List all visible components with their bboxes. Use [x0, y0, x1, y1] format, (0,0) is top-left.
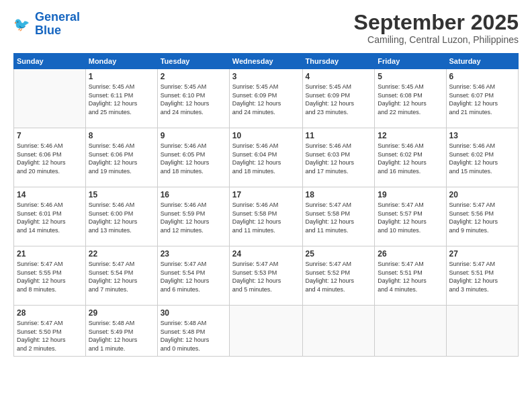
day-number: 3: [232, 72, 300, 81]
header-tuesday: Tuesday: [157, 54, 229, 69]
table-row: 11Sunrise: 5:46 AM Sunset: 6:03 PM Dayli…: [302, 128, 375, 187]
calendar-row-2: 14Sunrise: 5:46 AM Sunset: 6:01 PM Dayli…: [14, 187, 519, 246]
table-row: 12Sunrise: 5:46 AM Sunset: 6:02 PM Dayli…: [375, 128, 446, 187]
day-number: 2: [161, 72, 226, 81]
day-info: Sunrise: 5:47 AM Sunset: 5:57 PM Dayligh…: [378, 201, 443, 234]
table-row: 16Sunrise: 5:46 AM Sunset: 5:59 PM Dayli…: [157, 187, 229, 246]
table-row: [14, 69, 86, 128]
day-number: 17: [232, 190, 300, 199]
logo-text: General Blue: [35, 11, 80, 38]
day-number: 27: [449, 249, 515, 259]
table-row: 6Sunrise: 5:46 AM Sunset: 6:07 PM Daylig…: [446, 69, 518, 128]
day-number: 15: [89, 190, 154, 199]
day-info: Sunrise: 5:46 AM Sunset: 6:01 PM Dayligh…: [17, 201, 83, 234]
calendar-table: Sunday Monday Tuesday Wednesday Thursday…: [13, 53, 519, 356]
table-row: 2Sunrise: 5:45 AM Sunset: 6:10 PM Daylig…: [157, 69, 229, 128]
table-row: 29Sunrise: 5:48 AM Sunset: 5:49 PM Dayli…: [85, 306, 157, 356]
table-row: 14Sunrise: 5:46 AM Sunset: 6:01 PM Dayli…: [14, 187, 86, 246]
table-row: 15Sunrise: 5:46 AM Sunset: 6:00 PM Dayli…: [85, 187, 157, 246]
table-row: 17Sunrise: 5:46 AM Sunset: 5:58 PM Dayli…: [229, 187, 302, 246]
day-number: 5: [378, 72, 443, 81]
title-block: September 2025 Camiling, Central Luzon, …: [354, 11, 519, 45]
day-info: Sunrise: 5:47 AM Sunset: 5:51 PM Dayligh…: [378, 260, 443, 293]
day-number: 20: [449, 190, 515, 199]
day-number: 9: [161, 131, 226, 140]
day-info: Sunrise: 5:46 AM Sunset: 6:00 PM Dayligh…: [89, 201, 154, 234]
day-info: Sunrise: 5:47 AM Sunset: 5:51 PM Dayligh…: [449, 260, 515, 293]
day-info: Sunrise: 5:48 AM Sunset: 5:48 PM Dayligh…: [161, 319, 226, 353]
day-info: Sunrise: 5:47 AM Sunset: 5:58 PM Dayligh…: [306, 201, 372, 234]
day-number: 6: [449, 72, 515, 81]
day-number: 14: [17, 190, 83, 199]
day-info: Sunrise: 5:45 AM Sunset: 6:10 PM Dayligh…: [161, 83, 226, 116]
day-info: Sunrise: 5:47 AM Sunset: 5:52 PM Dayligh…: [306, 260, 372, 293]
day-info: Sunrise: 5:46 AM Sunset: 6:04 PM Dayligh…: [232, 142, 300, 175]
day-info: Sunrise: 5:46 AM Sunset: 6:03 PM Dayligh…: [306, 142, 372, 175]
table-row: 19Sunrise: 5:47 AM Sunset: 5:57 PM Dayli…: [375, 187, 446, 246]
day-number: 25: [306, 249, 372, 259]
header-friday: Friday: [375, 54, 446, 69]
table-row: 20Sunrise: 5:47 AM Sunset: 5:56 PM Dayli…: [446, 187, 518, 246]
calendar-row-4: 28Sunrise: 5:47 AM Sunset: 5:50 PM Dayli…: [14, 306, 519, 356]
table-row: 8Sunrise: 5:46 AM Sunset: 6:06 PM Daylig…: [85, 128, 157, 187]
day-number: 10: [232, 131, 300, 140]
table-row: 27Sunrise: 5:47 AM Sunset: 5:51 PM Dayli…: [446, 246, 518, 306]
calendar-row-3: 21Sunrise: 5:47 AM Sunset: 5:55 PM Dayli…: [14, 246, 519, 306]
table-row: 7Sunrise: 5:46 AM Sunset: 6:06 PM Daylig…: [14, 128, 86, 187]
table-row: 21Sunrise: 5:47 AM Sunset: 5:55 PM Dayli…: [14, 246, 86, 306]
day-number: 1: [89, 72, 154, 81]
day-info: Sunrise: 5:46 AM Sunset: 6:02 PM Dayligh…: [378, 142, 443, 175]
table-row: 24Sunrise: 5:47 AM Sunset: 5:53 PM Dayli…: [229, 246, 302, 306]
day-number: 13: [449, 131, 515, 140]
day-info: Sunrise: 5:46 AM Sunset: 6:06 PM Dayligh…: [17, 142, 83, 175]
logo: 🐦 General Blue: [13, 11, 80, 38]
table-row: [229, 306, 302, 356]
header-sunday: Sunday: [14, 54, 86, 69]
table-row: 9Sunrise: 5:46 AM Sunset: 6:05 PM Daylig…: [157, 128, 229, 187]
calendar-row-0: 1Sunrise: 5:45 AM Sunset: 6:11 PM Daylig…: [14, 69, 519, 128]
header-thursday: Thursday: [302, 54, 375, 69]
day-number: 23: [161, 249, 226, 259]
logo-line1: General: [35, 10, 80, 24]
table-row: 22Sunrise: 5:47 AM Sunset: 5:54 PM Dayli…: [85, 246, 157, 306]
day-info: Sunrise: 5:47 AM Sunset: 5:53 PM Dayligh…: [232, 260, 300, 293]
day-info: Sunrise: 5:46 AM Sunset: 6:05 PM Dayligh…: [161, 142, 226, 175]
header-monday: Monday: [85, 54, 157, 69]
header-row: Sunday Monday Tuesday Wednesday Thursday…: [14, 54, 519, 69]
month-title: September 2025: [354, 11, 519, 34]
day-number: 19: [378, 190, 443, 199]
header: 🐦 General Blue September 2025 Camiling, …: [13, 11, 519, 45]
day-info: Sunrise: 5:45 AM Sunset: 6:09 PM Dayligh…: [306, 83, 372, 116]
day-info: Sunrise: 5:47 AM Sunset: 5:50 PM Dayligh…: [17, 319, 83, 353]
table-row: [375, 306, 446, 356]
day-number: 21: [17, 249, 83, 259]
table-row: 25Sunrise: 5:47 AM Sunset: 5:52 PM Dayli…: [302, 246, 375, 306]
day-info: Sunrise: 5:46 AM Sunset: 6:02 PM Dayligh…: [449, 142, 515, 175]
table-row: 10Sunrise: 5:46 AM Sunset: 6:04 PM Dayli…: [229, 128, 302, 187]
header-saturday: Saturday: [446, 54, 518, 69]
day-info: Sunrise: 5:46 AM Sunset: 6:07 PM Dayligh…: [449, 83, 515, 116]
day-number: 4: [306, 72, 372, 81]
day-number: 28: [17, 308, 83, 318]
svg-text:🐦: 🐦: [13, 16, 30, 32]
day-number: 16: [161, 190, 226, 199]
day-number: 11: [306, 131, 372, 140]
day-info: Sunrise: 5:46 AM Sunset: 6:06 PM Dayligh…: [89, 142, 154, 175]
table-row: 3Sunrise: 5:45 AM Sunset: 6:09 PM Daylig…: [229, 69, 302, 128]
table-row: 28Sunrise: 5:47 AM Sunset: 5:50 PM Dayli…: [14, 306, 86, 356]
table-row: 13Sunrise: 5:46 AM Sunset: 6:02 PM Dayli…: [446, 128, 518, 187]
day-info: Sunrise: 5:47 AM Sunset: 5:56 PM Dayligh…: [449, 201, 515, 234]
table-row: 23Sunrise: 5:47 AM Sunset: 5:54 PM Dayli…: [157, 246, 229, 306]
logo-icon: 🐦: [13, 15, 32, 34]
day-number: 24: [232, 249, 300, 259]
page: 🐦 General Blue September 2025 Camiling, …: [0, 0, 532, 411]
table-row: 26Sunrise: 5:47 AM Sunset: 5:51 PM Dayli…: [375, 246, 446, 306]
table-row: 18Sunrise: 5:47 AM Sunset: 5:58 PM Dayli…: [302, 187, 375, 246]
calendar-row-1: 7Sunrise: 5:46 AM Sunset: 6:06 PM Daylig…: [14, 128, 519, 187]
table-row: [302, 306, 375, 356]
day-info: Sunrise: 5:46 AM Sunset: 5:58 PM Dayligh…: [232, 201, 300, 234]
day-info: Sunrise: 5:48 AM Sunset: 5:49 PM Dayligh…: [89, 319, 154, 353]
day-info: Sunrise: 5:45 AM Sunset: 6:08 PM Dayligh…: [378, 83, 443, 116]
table-row: 1Sunrise: 5:45 AM Sunset: 6:11 PM Daylig…: [85, 69, 157, 128]
table-row: [446, 306, 518, 356]
